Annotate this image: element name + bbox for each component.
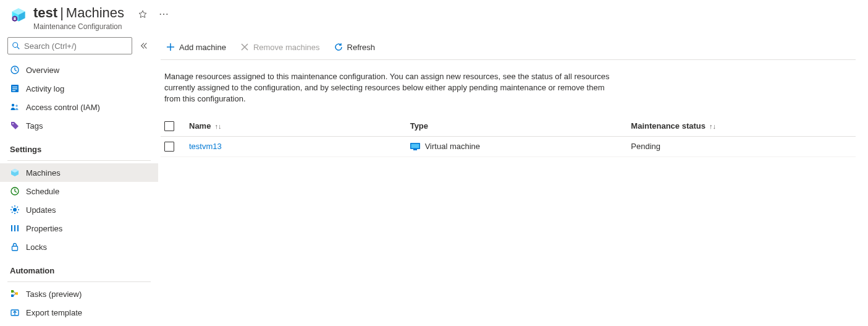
page-header: test|Machines ⋯ Maintenance Configuratio… [0, 0, 868, 35]
refresh-icon [334, 42, 343, 52]
remove-machines-button[interactable]: Remove machines [238, 41, 321, 53]
activity-log-icon [10, 84, 20, 93]
x-icon [240, 42, 250, 52]
svg-point-4 [13, 43, 18, 48]
star-icon [138, 9, 148, 19]
search-input[interactable] [24, 41, 128, 51]
sidebar-item-access-control[interactable]: Access control (IAM) [0, 98, 158, 116]
tags-icon [10, 121, 20, 131]
sidebar-item-tags[interactable]: Tags [0, 116, 158, 135]
tasks-icon [10, 289, 20, 299]
svg-rect-10 [12, 90, 15, 91]
sidebar-item-label: Overview [26, 66, 59, 75]
toolbar: Add machine Remove machines Refresh [161, 37, 856, 60]
sidebar-item-label: Tags [26, 121, 43, 131]
machines-icon [10, 168, 20, 178]
add-machine-button[interactable]: Add machine [164, 41, 227, 53]
sidebar-item-activity-log[interactable]: Activity log [0, 79, 158, 98]
search-box[interactable] [7, 37, 132, 54]
svg-point-12 [15, 105, 18, 107]
svg-line-34 [14, 294, 15, 296]
svg-line-25 [17, 207, 19, 208]
svg-line-22 [12, 207, 13, 208]
svg-rect-29 [12, 246, 18, 251]
column-header-status[interactable]: Maintenance status ↑↓ [631, 121, 852, 131]
refresh-button[interactable]: Refresh [332, 41, 377, 53]
page-subtitle: Maintenance Configuration [33, 22, 171, 31]
svg-rect-31 [11, 294, 14, 297]
machines-table: Name ↑↓ Type Maintenance status ↑↓ testv… [161, 116, 856, 157]
sidebar-item-label: Schedule [26, 187, 59, 196]
svg-rect-27 [14, 225, 15, 231]
svg-point-17 [13, 208, 17, 212]
svg-line-23 [17, 212, 19, 213]
sidebar-item-export-template[interactable]: Export template [0, 303, 158, 322]
sidebar-item-label: Locks [26, 242, 47, 252]
sidebar-item-tasks[interactable]: Tasks (preview) [0, 285, 158, 303]
schedule-icon [10, 186, 20, 196]
sidebar-item-machines[interactable]: Machines [0, 163, 158, 182]
sidebar-item-schedule[interactable]: Schedule [0, 182, 158, 200]
svg-rect-30 [11, 290, 14, 293]
virtual-machine-icon [410, 143, 420, 150]
sidebar-group-settings: Settings [0, 135, 158, 158]
sidebar-item-updates[interactable]: Updates [0, 200, 158, 219]
lock-icon [10, 242, 20, 252]
svg-point-13 [12, 123, 14, 124]
svg-line-24 [12, 212, 13, 213]
sidebar-item-label: Tasks (preview) [26, 290, 82, 299]
properties-icon [10, 223, 20, 233]
collapse-sidebar-button[interactable] [137, 39, 151, 53]
search-icon [12, 41, 20, 50]
main-content: Add machine Remove machines Refresh Mana… [158, 35, 868, 326]
column-header-type[interactable]: Type [410, 121, 631, 131]
svg-rect-32 [15, 293, 18, 295]
table-header: Name ↑↓ Type Maintenance status ↑↓ [161, 116, 856, 137]
sidebar-item-locks[interactable]: Locks [0, 238, 158, 256]
svg-line-33 [14, 291, 15, 294]
page-title: test|Machines [33, 5, 124, 21]
svg-rect-37 [411, 144, 419, 148]
sidebar-item-overview[interactable]: Overview [0, 61, 158, 79]
svg-rect-26 [11, 225, 12, 231]
sort-icon: ↑↓ [214, 122, 221, 130]
updates-icon [10, 205, 20, 215]
svg-rect-38 [413, 149, 417, 150]
overview-icon [10, 65, 20, 75]
sidebar-item-label: Activity log [26, 84, 64, 93]
maintenance-config-icon [10, 6, 27, 24]
access-control-icon [10, 102, 20, 112]
export-template-icon [10, 307, 20, 317]
sidebar-group-automation: Automation [0, 256, 158, 279]
sidebar-item-label: Properties [26, 224, 62, 233]
description-text: Manage resources assigned to this mainte… [161, 60, 618, 116]
sidebar-item-label: Export template [26, 308, 82, 317]
sidebar-item-label: Updates [26, 205, 56, 215]
sort-icon: ↑↓ [709, 122, 716, 130]
column-header-name[interactable]: Name ↑↓ [189, 121, 410, 131]
ellipsis-icon: ⋯ [159, 9, 169, 19]
svg-line-5 [17, 47, 20, 49]
sidebar-item-label: Machines [26, 168, 61, 178]
table-row[interactable]: testvm13 Virtual machine Pending [161, 137, 856, 157]
svg-rect-8 [12, 87, 17, 87]
sidebar: Overview Activity log Access control (IA… [0, 35, 158, 326]
more-actions-button[interactable]: ⋯ [158, 8, 171, 20]
chevron-double-left-icon [140, 41, 148, 50]
plus-icon [166, 42, 175, 52]
svg-point-11 [12, 104, 14, 106]
sidebar-item-label: Access control (IAM) [26, 103, 100, 112]
select-all-checkbox[interactable] [164, 121, 174, 131]
svg-rect-28 [17, 225, 19, 231]
svg-rect-9 [12, 88, 17, 89]
maintenance-status: Pending [631, 142, 852, 151]
resource-type: Virtual machine [425, 142, 480, 151]
sidebar-item-properties[interactable]: Properties [0, 219, 158, 238]
favorite-button[interactable] [137, 8, 149, 20]
row-checkbox[interactable] [164, 142, 174, 152]
resource-link[interactable]: testvm13 [189, 142, 222, 151]
